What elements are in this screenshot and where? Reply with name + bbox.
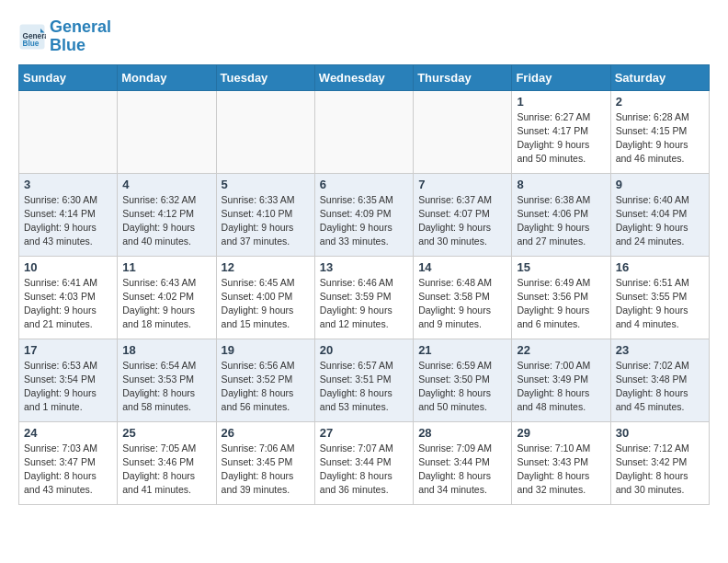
calendar-cell: 27Sunrise: 7:07 AM Sunset: 3:44 PM Dayli… — [314, 421, 413, 504]
calendar-cell: 30Sunrise: 7:12 AM Sunset: 3:42 PM Dayli… — [610, 421, 709, 504]
day-info: Sunrise: 6:30 AM Sunset: 4:14 PM Dayligh… — [24, 193, 112, 249]
day-number: 29 — [517, 426, 605, 440]
calendar-cell: 4Sunrise: 6:32 AM Sunset: 4:12 PM Daylig… — [118, 173, 216, 256]
calendar-cell — [216, 90, 314, 173]
day-info: Sunrise: 6:28 AM Sunset: 4:15 PM Dayligh… — [616, 110, 704, 167]
day-number: 18 — [122, 343, 210, 357]
day-info: Sunrise: 6:56 AM Sunset: 3:52 PM Dayligh… — [222, 359, 310, 415]
calendar-week-1: 1Sunrise: 6:27 AM Sunset: 4:17 PM Daylig… — [19, 90, 710, 173]
day-number: 25 — [122, 426, 210, 440]
day-number: 27 — [320, 426, 408, 440]
calendar-cell: 12Sunrise: 6:45 AM Sunset: 4:00 PM Dayli… — [216, 256, 314, 339]
calendar-cell: 21Sunrise: 6:59 AM Sunset: 3:50 PM Dayli… — [414, 339, 512, 421]
day-info: Sunrise: 6:57 AM Sunset: 3:51 PM Dayligh… — [320, 359, 408, 415]
calendar-cell: 25Sunrise: 7:05 AM Sunset: 3:46 PM Dayli… — [118, 421, 216, 504]
calendar-cell — [118, 90, 216, 173]
calendar-cell: 11Sunrise: 6:43 AM Sunset: 4:02 PM Dayli… — [118, 256, 216, 339]
calendar-cell — [314, 90, 413, 173]
calendar-cell: 16Sunrise: 6:51 AM Sunset: 3:55 PM Dayli… — [610, 256, 709, 339]
day-info: Sunrise: 6:51 AM Sunset: 3:55 PM Dayligh… — [616, 276, 704, 332]
day-number: 11 — [122, 260, 210, 274]
weekday-header-monday: Monday — [118, 64, 216, 90]
day-info: Sunrise: 6:43 AM Sunset: 4:02 PM Dayligh… — [122, 276, 210, 332]
calendar-week-2: 3Sunrise: 6:30 AM Sunset: 4:14 PM Daylig… — [19, 173, 710, 256]
calendar-week-4: 17Sunrise: 6:53 AM Sunset: 3:54 PM Dayli… — [19, 339, 710, 421]
day-info: Sunrise: 6:38 AM Sunset: 4:06 PM Dayligh… — [517, 193, 605, 249]
day-number: 7 — [418, 178, 506, 191]
day-info: Sunrise: 7:00 AM Sunset: 3:49 PM Dayligh… — [517, 359, 605, 415]
day-number: 20 — [320, 343, 408, 357]
day-number: 13 — [320, 260, 408, 274]
calendar-cell — [414, 90, 512, 173]
weekday-header-sunday: Sunday — [19, 64, 118, 90]
logo-icon: General Blue — [18, 23, 46, 51]
day-number: 28 — [418, 426, 506, 440]
calendar-week-5: 24Sunrise: 7:03 AM Sunset: 3:47 PM Dayli… — [19, 421, 710, 504]
weekday-header-thursday: Thursday — [414, 64, 512, 90]
day-info: Sunrise: 6:41 AM Sunset: 4:03 PM Dayligh… — [24, 276, 112, 332]
day-info: Sunrise: 6:59 AM Sunset: 3:50 PM Dayligh… — [418, 359, 506, 415]
calendar-cell: 6Sunrise: 6:35 AM Sunset: 4:09 PM Daylig… — [314, 173, 413, 256]
logo-text: GeneralBlue — [50, 18, 111, 55]
day-number: 23 — [616, 343, 704, 357]
calendar-cell: 26Sunrise: 7:06 AM Sunset: 3:45 PM Dayli… — [216, 421, 314, 504]
calendar-cell: 18Sunrise: 6:54 AM Sunset: 3:53 PM Dayli… — [118, 339, 216, 421]
calendar-cell: 17Sunrise: 6:53 AM Sunset: 3:54 PM Dayli… — [19, 339, 118, 421]
calendar-cell: 19Sunrise: 6:56 AM Sunset: 3:52 PM Dayli… — [216, 339, 314, 421]
day-info: Sunrise: 6:49 AM Sunset: 3:56 PM Dayligh… — [517, 276, 605, 332]
day-number: 17 — [24, 343, 112, 357]
day-info: Sunrise: 6:27 AM Sunset: 4:17 PM Dayligh… — [517, 110, 605, 167]
weekday-header-wednesday: Wednesday — [314, 64, 413, 90]
day-info: Sunrise: 6:33 AM Sunset: 4:10 PM Dayligh… — [222, 193, 310, 249]
day-number: 4 — [122, 178, 210, 191]
day-info: Sunrise: 6:37 AM Sunset: 4:07 PM Dayligh… — [418, 193, 506, 249]
calendar-cell: 1Sunrise: 6:27 AM Sunset: 4:17 PM Daylig… — [512, 90, 610, 173]
day-number: 22 — [517, 343, 605, 357]
day-number: 26 — [222, 426, 310, 440]
calendar-cell: 14Sunrise: 6:48 AM Sunset: 3:58 PM Dayli… — [414, 256, 512, 339]
day-info: Sunrise: 7:02 AM Sunset: 3:48 PM Dayligh… — [616, 359, 704, 415]
day-info: Sunrise: 6:46 AM Sunset: 3:59 PM Dayligh… — [320, 276, 408, 332]
day-number: 5 — [222, 178, 310, 191]
day-number: 10 — [24, 260, 112, 274]
calendar-cell: 28Sunrise: 7:09 AM Sunset: 3:44 PM Dayli… — [414, 421, 512, 504]
day-number: 21 — [418, 343, 506, 357]
day-info: Sunrise: 6:40 AM Sunset: 4:04 PM Dayligh… — [616, 193, 704, 249]
weekday-header-tuesday: Tuesday — [216, 64, 314, 90]
day-info: Sunrise: 6:32 AM Sunset: 4:12 PM Dayligh… — [122, 193, 210, 249]
calendar-cell: 2Sunrise: 6:28 AM Sunset: 4:15 PM Daylig… — [610, 90, 709, 173]
calendar-cell: 24Sunrise: 7:03 AM Sunset: 3:47 PM Dayli… — [19, 421, 118, 504]
page-header: General Blue GeneralBlue — [18, 18, 710, 55]
day-info: Sunrise: 7:05 AM Sunset: 3:46 PM Dayligh… — [122, 442, 210, 498]
day-number: 15 — [517, 260, 605, 274]
weekday-header-row: SundayMondayTuesdayWednesdayThursdayFrid… — [19, 64, 710, 90]
day-number: 30 — [616, 426, 704, 440]
day-number: 1 — [517, 95, 605, 109]
calendar-cell: 10Sunrise: 6:41 AM Sunset: 4:03 PM Dayli… — [19, 256, 118, 339]
calendar-cell: 5Sunrise: 6:33 AM Sunset: 4:10 PM Daylig… — [216, 173, 314, 256]
day-info: Sunrise: 6:35 AM Sunset: 4:09 PM Dayligh… — [320, 193, 408, 249]
calendar-cell: 3Sunrise: 6:30 AM Sunset: 4:14 PM Daylig… — [19, 173, 118, 256]
day-number: 3 — [24, 178, 112, 191]
day-number: 12 — [222, 260, 310, 274]
day-number: 16 — [616, 260, 704, 274]
weekday-header-friday: Friday — [512, 64, 610, 90]
calendar-cell: 15Sunrise: 6:49 AM Sunset: 3:56 PM Dayli… — [512, 256, 610, 339]
calendar-table: SundayMondayTuesdayWednesdayThursdayFrid… — [18, 64, 710, 505]
calendar-cell: 7Sunrise: 6:37 AM Sunset: 4:07 PM Daylig… — [414, 173, 512, 256]
day-number: 14 — [418, 260, 506, 274]
calendar-cell — [19, 90, 118, 173]
day-number: 24 — [24, 426, 112, 440]
calendar-cell: 20Sunrise: 6:57 AM Sunset: 3:51 PM Dayli… — [314, 339, 413, 421]
day-number: 6 — [320, 178, 408, 191]
calendar-cell: 22Sunrise: 7:00 AM Sunset: 3:49 PM Dayli… — [512, 339, 610, 421]
day-number: 9 — [616, 178, 704, 191]
day-info: Sunrise: 7:06 AM Sunset: 3:45 PM Dayligh… — [222, 442, 310, 498]
calendar-cell: 23Sunrise: 7:02 AM Sunset: 3:48 PM Dayli… — [610, 339, 709, 421]
day-info: Sunrise: 6:48 AM Sunset: 3:58 PM Dayligh… — [418, 276, 506, 332]
calendar-cell: 8Sunrise: 6:38 AM Sunset: 4:06 PM Daylig… — [512, 173, 610, 256]
day-info: Sunrise: 7:03 AM Sunset: 3:47 PM Dayligh… — [24, 442, 112, 498]
svg-text:Blue: Blue — [23, 40, 40, 48]
day-number: 2 — [616, 95, 704, 109]
day-info: Sunrise: 6:54 AM Sunset: 3:53 PM Dayligh… — [122, 359, 210, 415]
